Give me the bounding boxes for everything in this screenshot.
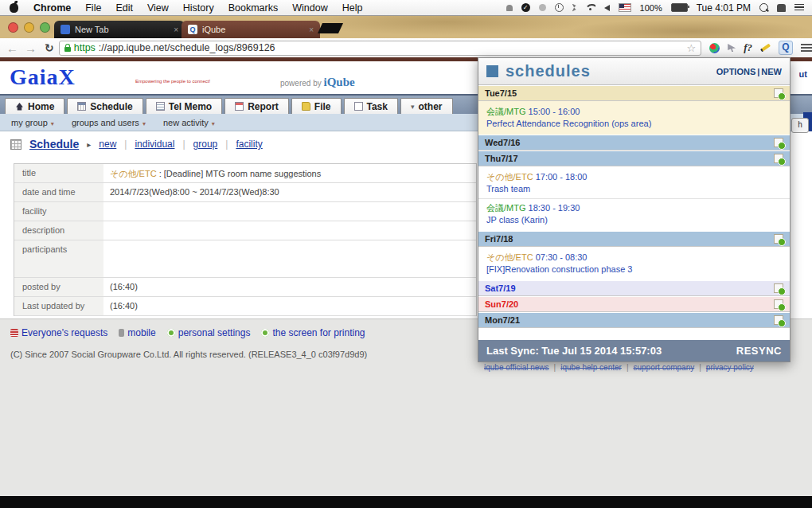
spotlight-icon[interactable] bbox=[759, 3, 768, 12]
extension-pencil-icon[interactable] bbox=[760, 44, 771, 53]
input-language-flag-icon[interactable] bbox=[619, 3, 631, 12]
event-category: その他/ETC bbox=[486, 172, 533, 182]
extension-pointer-icon[interactable] bbox=[728, 44, 736, 52]
table-row-posted-by: posted by (16:40) bbox=[14, 278, 476, 297]
add-event-icon[interactable] bbox=[774, 88, 783, 98]
update-check-icon[interactable]: ✓ bbox=[521, 3, 530, 12]
footer-link-mobile[interactable]: mobile bbox=[119, 327, 155, 338]
notifications-bell-icon[interactable] bbox=[506, 5, 513, 11]
logout-link[interactable]: ut bbox=[799, 69, 807, 79]
footer-link-personal-settings[interactable]: personal settings bbox=[167, 327, 251, 338]
tab-close-icon[interactable]: × bbox=[309, 25, 314, 34]
nav-tab-home[interactable]: Home bbox=[5, 98, 64, 114]
nav-tab-report[interactable]: Report bbox=[224, 98, 289, 114]
menu-help[interactable]: Help bbox=[335, 2, 370, 14]
subnav-groups-and-users[interactable]: groups and users bbox=[72, 118, 146, 127]
day-header-mon[interactable]: Mon7/21 bbox=[478, 312, 790, 328]
menu-history[interactable]: History bbox=[176, 2, 221, 14]
menu-bookmarks[interactable]: Bookmarks bbox=[221, 2, 286, 14]
menubar-clock[interactable]: Tue 4:01 PM bbox=[697, 2, 751, 14]
menu-view[interactable]: View bbox=[140, 2, 176, 14]
menu-chrome[interactable]: Chrome bbox=[26, 2, 78, 14]
footer-link-everyones-requests[interactable]: Everyone's requests bbox=[10, 327, 107, 338]
airport-icon[interactable] bbox=[539, 4, 546, 11]
address-bar[interactable]: https ://app.iqube.net/schedule_logs/896… bbox=[59, 41, 701, 56]
home-icon bbox=[15, 102, 24, 111]
add-event-icon[interactable] bbox=[774, 234, 783, 244]
day-header-wed[interactable]: Wed7/16 bbox=[478, 135, 790, 150]
forward-button[interactable]: → bbox=[25, 41, 37, 55]
event-item[interactable]: 会議/MTG 18:30 - 19:30 JP class (Karin) bbox=[478, 198, 790, 229]
new-tab-button[interactable] bbox=[318, 23, 343, 33]
notification-center-icon[interactable] bbox=[794, 4, 804, 11]
footer-link-print-screen[interactable]: the screen for printing bbox=[261, 327, 365, 338]
menubar-app-icon[interactable] bbox=[777, 4, 786, 12]
chevron-down-icon: ▾ bbox=[411, 103, 415, 111]
add-event-icon[interactable] bbox=[774, 154, 783, 163]
nav-tab-other[interactable]: ▾ other bbox=[400, 98, 453, 114]
day-header-sat[interactable]: Sat7/19 bbox=[478, 280, 790, 296]
add-event-icon[interactable] bbox=[774, 138, 783, 147]
link-support-company[interactable]: support company bbox=[634, 363, 701, 372]
menu-window[interactable]: Window bbox=[285, 2, 334, 14]
volume-icon[interactable] bbox=[604, 5, 610, 11]
window-zoom-button[interactable] bbox=[40, 22, 50, 33]
apple-menu-icon[interactable] bbox=[10, 3, 18, 13]
add-event-icon[interactable] bbox=[774, 283, 783, 293]
time-machine-icon[interactable] bbox=[555, 3, 564, 12]
extension-colorwheel-icon[interactable] bbox=[709, 43, 720, 53]
schedule-link-group[interactable]: group bbox=[193, 139, 218, 150]
nav-tab-schedule[interactable]: Schedule bbox=[67, 98, 142, 114]
window-close-button[interactable] bbox=[8, 22, 18, 33]
event-item[interactable]: その他/ETC 07:30 - 08:30 [FIX]Renovation co… bbox=[478, 248, 790, 279]
extension-iqube-icon[interactable]: Q bbox=[779, 41, 793, 55]
menu-edit[interactable]: Edit bbox=[108, 2, 140, 14]
schedule-link-facility[interactable]: facility bbox=[236, 139, 262, 150]
bluetooth-icon[interactable] bbox=[572, 4, 576, 12]
nav-tab-file[interactable]: File bbox=[291, 98, 342, 114]
link-privacy-policy[interactable]: privacy policy bbox=[706, 363, 754, 372]
chrome-menu-icon[interactable] bbox=[801, 44, 812, 52]
popup-header: schedules OPTIONS | NEW bbox=[478, 58, 790, 85]
day-header-sun[interactable]: Sun7/20 bbox=[478, 296, 790, 312]
event-item[interactable]: その他/ETC 17:00 - 18:00 Trash team bbox=[478, 168, 790, 198]
nav-tab-task[interactable]: Task bbox=[344, 98, 398, 114]
tab-close-icon[interactable]: × bbox=[174, 25, 178, 34]
add-event-icon[interactable] bbox=[774, 315, 783, 325]
event-category: 会議/MTG bbox=[486, 107, 526, 116]
subnav-new-activity[interactable]: new activity bbox=[163, 118, 215, 127]
options-button[interactable]: OPTIONS bbox=[716, 67, 756, 76]
link-iqube-official-news[interactable]: iqube official news bbox=[484, 363, 556, 372]
browser-tab-iqube[interactable]: Q iQube × bbox=[182, 21, 320, 38]
event-item[interactable]: 会議/MTG 15:00 - 16:00 Perfect Attendance … bbox=[478, 103, 790, 133]
mobile-icon bbox=[119, 329, 124, 337]
reload-button[interactable]: ↻ bbox=[45, 41, 54, 54]
battery-icon[interactable] bbox=[671, 3, 688, 12]
day-header-fri[interactable]: Fri7/18 bbox=[478, 231, 790, 247]
iqube-wordmark: iQube bbox=[323, 76, 354, 88]
nav-tab-tel-memo[interactable]: Tel Memo bbox=[146, 98, 222, 114]
screen-bottom-edge bbox=[0, 495, 812, 508]
link-iqube-help-center[interactable]: iqube help center bbox=[560, 363, 628, 372]
wifi-icon[interactable] bbox=[585, 4, 595, 11]
day-header-thu[interactable]: Thu7/17 bbox=[478, 150, 790, 166]
schedule-link-new[interactable]: new bbox=[99, 139, 116, 150]
add-event-icon[interactable] bbox=[774, 299, 783, 309]
schedule-link-individual[interactable]: individual bbox=[135, 139, 174, 150]
search-button-fragment[interactable]: h bbox=[791, 118, 809, 133]
menu-file[interactable]: File bbox=[78, 2, 108, 14]
new-button[interactable]: NEW bbox=[761, 67, 782, 76]
ssl-lock-icon[interactable] bbox=[64, 47, 71, 52]
task-icon bbox=[354, 102, 363, 111]
bookmark-star-icon[interactable]: ☆ bbox=[687, 42, 697, 54]
gaiax-logo[interactable]: GaiaX bbox=[10, 64, 76, 90]
browser-tab-new-tab[interactable]: New Tab × bbox=[54, 21, 185, 38]
subnav-my-group[interactable]: my group bbox=[11, 118, 54, 127]
back-button[interactable]: ← bbox=[6, 41, 18, 55]
macos-menubar: Chrome File Edit View History Bookmarks … bbox=[0, 0, 812, 16]
breadcrumb-schedule-link[interactable]: Schedule bbox=[29, 138, 79, 150]
extension-function-icon[interactable]: f? bbox=[744, 41, 752, 54]
day-header-tue[interactable]: Tue7/15 bbox=[478, 85, 790, 101]
resync-button[interactable]: RESYNC bbox=[736, 345, 782, 357]
window-minimize-button[interactable] bbox=[24, 22, 34, 33]
